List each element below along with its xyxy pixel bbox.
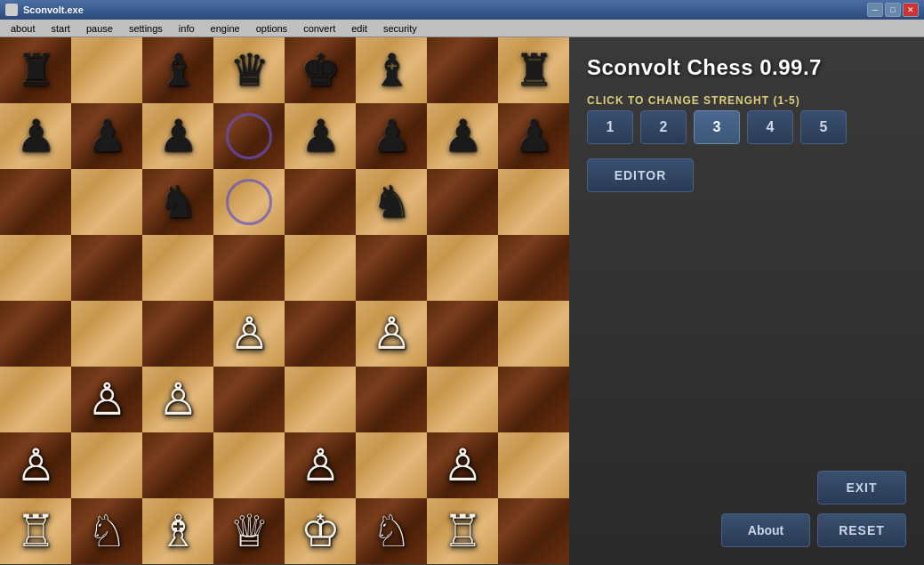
menu-engine[interactable]: engine [204, 21, 247, 36]
editor-button[interactable]: EDITOR [587, 158, 694, 192]
piece-0-7: ♜ [514, 48, 554, 93]
cell-4-3[interactable]: ♙ [213, 301, 285, 367]
cell-0-4[interactable]: ♚ [285, 37, 356, 103]
minimize-button[interactable]: ─ [867, 3, 883, 17]
piece-1-0: ♟ [16, 114, 56, 158]
right-panel: Sconvolt Chess 0.99.7 CLICK TO CHANGE ST… [569, 37, 924, 565]
cell-1-3[interactable] [213, 103, 285, 169]
cell-7-5[interactable]: ♘ [356, 498, 427, 564]
title-bar-left: Sconvolt.exe [5, 4, 84, 16]
main-content: ♜♝♛♚♝♜♟♟♟♟♟♟♟♞♞♙♙♙♙♙♙♙♖♘♗♕♔♘♖ Sconvolt C… [0, 37, 924, 565]
menu-options[interactable]: options [249, 21, 294, 36]
strength-5-button[interactable]: 5 [800, 110, 847, 144]
cell-1-5[interactable]: ♟ [356, 103, 427, 169]
cell-2-6[interactable] [427, 169, 498, 235]
cell-7-1[interactable]: ♘ [71, 498, 142, 564]
about-button[interactable]: About [721, 513, 810, 547]
cell-6-1[interactable] [71, 432, 142, 498]
cell-5-5[interactable] [356, 367, 427, 432]
cell-6-5[interactable] [356, 432, 427, 498]
strength-1-button[interactable]: 1 [587, 110, 633, 144]
piece-0-2: ♝ [158, 48, 198, 93]
cell-4-0[interactable] [0, 301, 71, 367]
cell-0-5[interactable]: ♝ [356, 37, 427, 103]
cell-5-0[interactable] [0, 367, 71, 432]
cell-4-4[interactable] [285, 301, 356, 367]
cell-3-2[interactable] [142, 235, 213, 301]
cell-2-1[interactable] [71, 169, 142, 235]
cell-7-7[interactable] [498, 498, 569, 564]
cell-6-3[interactable] [213, 432, 285, 498]
cell-7-4[interactable]: ♔ [285, 498, 356, 564]
close-button[interactable]: ✕ [903, 3, 919, 17]
menu-edit[interactable]: edit [344, 21, 374, 36]
menu-security[interactable]: security [376, 21, 424, 36]
menu-about[interactable]: about [4, 21, 43, 36]
cell-5-6[interactable] [427, 367, 498, 432]
cell-6-4[interactable]: ♙ [285, 432, 356, 498]
piece-6-6: ♙ [443, 443, 483, 488]
menu-convert[interactable]: convert [296, 21, 342, 36]
cell-4-7[interactable] [498, 301, 569, 367]
cell-7-2[interactable]: ♗ [142, 498, 213, 564]
cell-5-1[interactable]: ♙ [71, 367, 142, 432]
cell-3-1[interactable] [71, 235, 142, 301]
title-bar-text: Sconvolt.exe [23, 4, 84, 15]
cell-3-0[interactable] [0, 235, 71, 301]
strength-4-button[interactable]: 4 [747, 110, 793, 144]
cell-3-4[interactable] [285, 235, 356, 301]
maximize-button[interactable]: □ [885, 3, 901, 17]
cell-3-3[interactable] [213, 235, 285, 301]
chess-board[interactable]: ♜♝♛♚♝♜♟♟♟♟♟♟♟♞♞♙♙♙♙♙♙♙♖♘♗♕♔♘♖ [0, 37, 569, 564]
cell-1-6[interactable]: ♟ [427, 103, 498, 169]
game-title: Sconvolt Chess 0.99.7 [587, 55, 906, 80]
cell-2-0[interactable] [0, 169, 71, 235]
menu-pause[interactable]: pause [79, 21, 120, 36]
cell-6-6[interactable]: ♙ [427, 432, 498, 498]
menu-bar: about start pause settings info engine o… [0, 20, 924, 37]
cell-0-7[interactable]: ♜ [498, 37, 569, 103]
cell-2-2[interactable]: ♞ [142, 169, 213, 235]
piece-7-1: ♘ [87, 509, 127, 553]
cell-7-3[interactable]: ♕ [213, 498, 285, 564]
cell-2-7[interactable] [498, 169, 569, 235]
cell-2-3[interactable] [213, 169, 285, 235]
cell-4-1[interactable] [71, 301, 142, 367]
cell-6-0[interactable]: ♙ [0, 432, 71, 498]
cell-1-7[interactable]: ♟ [498, 103, 569, 169]
cell-4-2[interactable] [142, 301, 213, 367]
reset-button[interactable]: RESET [817, 513, 906, 547]
cell-1-2[interactable]: ♟ [142, 103, 213, 169]
cell-0-6[interactable] [427, 37, 498, 103]
cell-5-7[interactable] [498, 367, 569, 432]
cell-7-0[interactable]: ♖ [0, 498, 71, 564]
cell-1-1[interactable]: ♟ [71, 103, 142, 169]
cell-0-0[interactable]: ♜ [0, 37, 71, 103]
cell-7-6[interactable]: ♖ [427, 498, 498, 564]
cell-6-2[interactable] [142, 432, 213, 498]
cell-4-6[interactable] [427, 301, 498, 367]
cell-5-2[interactable]: ♙ [142, 367, 213, 432]
cell-5-4[interactable] [285, 367, 356, 432]
cell-0-2[interactable]: ♝ [142, 37, 213, 103]
cell-3-6[interactable] [427, 235, 498, 301]
cell-2-4[interactable] [285, 169, 356, 235]
cell-1-0[interactable]: ♟ [0, 103, 71, 169]
strength-3-button[interactable]: 3 [694, 110, 740, 144]
menu-info[interactable]: info [172, 21, 202, 36]
cell-0-1[interactable] [71, 37, 142, 103]
cell-3-5[interactable] [356, 235, 427, 301]
cell-5-3[interactable] [213, 367, 285, 432]
cell-2-5[interactable]: ♞ [356, 169, 427, 235]
strength-2-button[interactable]: 2 [640, 110, 687, 144]
cell-0-3[interactable]: ♛ [213, 37, 285, 103]
cell-6-7[interactable] [498, 432, 569, 498]
piece-0-0: ♜ [16, 48, 56, 93]
piece-4-3: ♙ [229, 311, 269, 356]
menu-settings[interactable]: settings [122, 21, 170, 36]
cell-3-7[interactable] [498, 235, 569, 301]
menu-start[interactable]: start [44, 21, 77, 36]
exit-button[interactable]: EXIT [817, 471, 906, 504]
cell-4-5[interactable]: ♙ [356, 301, 427, 367]
cell-1-4[interactable]: ♟ [285, 103, 356, 169]
